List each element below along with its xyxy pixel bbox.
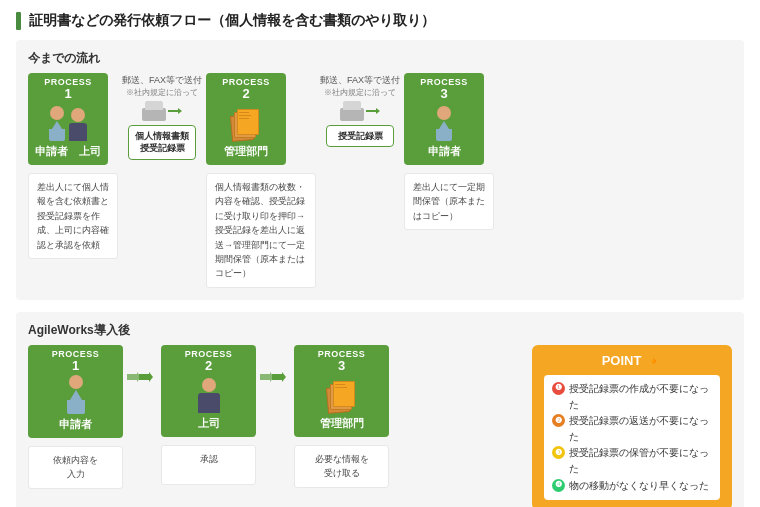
docbox2: 授受記録票 [326,125,394,148]
fax-icon [142,101,166,121]
delivery2-row [340,101,380,121]
after-p2-head [202,378,216,392]
delivery1-group: 郵送、FAX等で送付 ※社内規定に沿って 個人情報書類 授受記録票 [122,75,202,160]
before-proc3-num: 3 [410,87,478,100]
point-item-3: ❸ 授受記録票の保管が不要になった [552,445,712,477]
person3-head [437,106,451,120]
after-p1-skirt [70,390,82,400]
point-title-text: POINT [602,353,642,368]
after-doc-line1 [335,384,345,385]
page-title: 証明書などの発行依頼フロー（個人情報を含む書類のやり取り） [16,12,744,30]
after-p2-body [198,393,220,413]
arrow2-icon [366,105,380,117]
point-item-1: ❶ 授受記録票の作成が不要になった [552,381,712,413]
after-proc3-name: 管理部門 [300,416,383,431]
docbox1-line1: 個人情報書類 [135,131,189,141]
after-proc2: PROCESS 2 上司 承認 [161,345,256,485]
after-label: AgileWorks導入後 [28,322,732,339]
before-proc3-name: 申請者 [410,144,478,159]
before-proc3: PROCESS 3 申請者 差出人にて一定期間保管（原本またはコピー） [404,73,494,230]
point-text-2: 授受記録票の返送が不要になった [569,413,712,445]
male-person-icon [69,108,87,141]
doc-stack-icon [231,109,261,141]
after-proc2-icon [167,375,250,413]
after-person2-icon [198,378,220,413]
double-arrow2-icon [260,369,290,385]
after-proc1: PROCESS 1 申請者 依頼内容を入力 [28,345,123,489]
point-num-4: ❹ [552,479,565,492]
after-proc3-box: PROCESS 3 管理部門 [294,345,389,437]
before-proc2-num: 2 [212,87,280,100]
point-text-3: 授受記録票の保管が不要になった [569,445,712,477]
delivery1-label: 郵送、FAX等で送付 [122,75,202,87]
after-proc2-box: PROCESS 2 上司 [161,345,256,437]
after-proc1-num: 1 [34,359,117,372]
point-title: POINT 🔸 [544,353,720,369]
after-proc2-name: 上司 [167,416,250,431]
point-text-4: 物の移動がなくなり早くなった [569,478,709,494]
fax-icon2 [340,101,364,121]
person-head2 [71,108,85,122]
after-proc3-desc: 必要な情報を受け取る [294,445,389,488]
doc-line3 [239,118,249,119]
double-arrow1-icon [127,369,157,385]
after-proc1-box: PROCESS 1 申請者 [28,345,123,438]
fax-top [145,101,163,110]
after-proc1-icon [34,375,117,414]
person-head [50,106,64,120]
person-body-f [49,129,65,141]
before-proc3-box: PROCESS 3 申請者 [404,73,484,165]
before-proc3-desc: 差出人にて一定期間保管（原本またはコピー） [404,173,494,230]
doc-line1 [239,112,249,113]
point-item-4: ❹ 物の移動がなくなり早くなった [552,478,712,494]
docbox2-line1: 授受記録票 [338,131,383,141]
delivery2-label: 郵送、FAX等で送付 [320,75,400,87]
before-label: 今までの流れ [28,50,732,67]
after-proc2-desc: 承認 [161,445,256,485]
point-num-2: ❷ [552,414,565,427]
delivery1-sub: ※社内規定に沿って [126,87,198,98]
after-arrow2 [260,369,290,385]
docbox1-line2: 授受記録票 [140,143,185,153]
before-proc1-box: PROCESS 1 [28,73,108,165]
person3-skirt [439,121,449,129]
point-text-1: 授受記録票の作成が不要になった [569,381,712,413]
person3-icon [436,106,452,141]
delivery2-group: 郵送、FAX等で送付 ※社内規定に沿って 授受記録票 [320,75,400,147]
before-flow-row: PROCESS 1 [28,73,732,288]
point-dot-icon: 🔸 [645,353,662,369]
before-proc2: PROCESS 2 管理部門 [206,73,316,288]
person-body-m [69,123,87,141]
before-proc1-desc: 差出人にて個人情報を含む依頼書と授受記録票を作成、上司に内容確認と承認を依頼 [28,173,118,259]
after-section: AgileWorks導入後 PROCESS 1 申請者 [16,312,744,507]
delivery2-sub: ※社内規定に沿って [324,87,396,98]
after-p1-body [67,400,85,414]
fax2-top [343,101,361,110]
before-proc1-icon [34,103,102,141]
before-proc2-desc: 個人情報書類の枚数・内容を確認、授受記録に受け取り印を押印→授受記録を差出人に返… [206,173,316,288]
before-proc1: PROCESS 1 [28,73,118,259]
after-flow-row: PROCESS 1 申請者 依頼内容を入力 [28,345,732,507]
after-proc3-num: 3 [300,359,383,372]
after-doc-stack-icon [327,381,357,413]
after-proc2-num: 2 [167,359,250,372]
title-text: 証明書などの発行依頼フロー（個人情報を含む書類のやり取り） [29,12,435,30]
point-item-2: ❷ 授受記録票の返送が不要になった [552,413,712,445]
before-proc2-box: PROCESS 2 管理部門 [206,73,286,165]
female-person-icon [49,106,65,141]
page-container: 証明書などの発行依頼フロー（個人情報を含む書類のやり取り） 今までの流れ PRO… [0,0,760,507]
before-proc1-num: 1 [34,87,102,100]
after-p1-head [69,375,83,389]
before-proc2-icon [212,103,280,141]
delivery1-row [142,101,182,121]
after-proc1-name: 申請者 [34,417,117,432]
point-num-1: ❶ [552,382,565,395]
before-proc1-name: 申請者 上司 [34,144,102,159]
doc-line2 [239,115,251,116]
after-proc3-icon [300,375,383,413]
before-section: 今までの流れ PROCESS 1 [16,40,744,300]
point-num-3: ❸ [552,446,565,459]
arrow1-icon [168,105,182,117]
point-list: ❶ 授受記録票の作成が不要になった ❷ 授受記録票の返送が不要になった ❸ 授受… [544,375,720,500]
after-proc1-desc: 依頼内容を入力 [28,446,123,489]
